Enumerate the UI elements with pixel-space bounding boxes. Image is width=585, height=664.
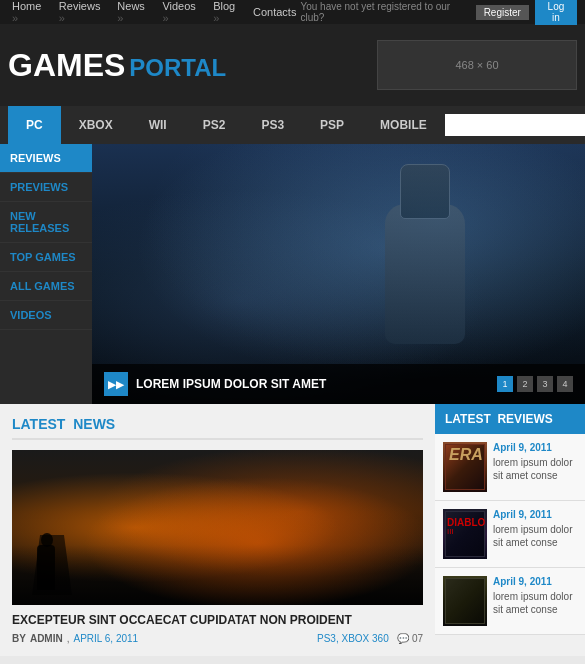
- review-thumb-2: DIABLO III: [443, 509, 487, 559]
- review-thumb-1: ERA: [443, 442, 487, 492]
- review-text-2: lorem ipsum dolor sit amet conse: [493, 523, 577, 549]
- slide-icon: ▶▶: [104, 372, 128, 396]
- slide-dot-4[interactable]: 4: [557, 376, 573, 392]
- platform-tabs: PC XBOX 360 WII PS2 PS3 PSP Mobile Searc…: [0, 106, 585, 144]
- soldier-head: [400, 164, 450, 219]
- news-author: ADMIN: [30, 633, 63, 644]
- tab-mobile[interactable]: Mobile: [362, 106, 445, 144]
- review-date-2: April 9, 2011: [493, 509, 577, 520]
- sidebar-item-videos[interactable]: VIDEOS: [0, 301, 92, 330]
- nav-reviews[interactable]: Reviews: [55, 0, 112, 24]
- slide-dot-2[interactable]: 2: [517, 376, 533, 392]
- login-button[interactable]: Log in: [535, 0, 577, 25]
- tab-wii[interactable]: WII: [131, 106, 185, 144]
- ad-banner: 468 × 60: [377, 40, 577, 90]
- news-tags[interactable]: PS3, XBOX 360: [317, 633, 389, 644]
- latest-news-section: LATEST NEWS EXCEPTEUR SINT OCCAECAT CUPI…: [0, 404, 435, 656]
- nav-blog[interactable]: Blog: [209, 0, 247, 24]
- sidebar: REVIEWS PREVIEWS NEW RELEASES TOP GAMES …: [0, 144, 92, 404]
- reviews-header: LATEST REVIEWS: [435, 404, 585, 434]
- news-meta: BY ADMIN, APRIL 6, 2011 PS3, XBOX 360 💬 …: [12, 633, 423, 644]
- tab-ps3[interactable]: PS3: [243, 106, 302, 144]
- review-info-2: April 9, 2011 lorem ipsum dolor sit amet…: [493, 509, 577, 559]
- sidebar-item-reviews[interactable]: REVIEWS: [0, 144, 92, 173]
- main-area: REVIEWS PREVIEWS NEW RELEASES TOP GAMES …: [0, 144, 585, 404]
- content-area: LATEST NEWS EXCEPTEUR SINT OCCAECAT CUPI…: [0, 404, 585, 656]
- nav-news[interactable]: News: [113, 0, 156, 24]
- slide-pagination: 1 2 3 4: [497, 376, 573, 392]
- sidebar-item-previews[interactable]: PREVIEWS: [0, 173, 92, 202]
- logo-games: GAMES: [8, 47, 125, 84]
- tab-xbox360[interactable]: XBOX 360: [61, 106, 131, 144]
- review-item-1: ERA April 9, 2011 lorem ipsum dolor sit …: [435, 434, 585, 501]
- slide-dot-1[interactable]: 1: [497, 376, 513, 392]
- tab-ps2[interactable]: PS2: [185, 106, 244, 144]
- news-by-label: BY: [12, 633, 26, 644]
- header: GAMES PORTAL 468 × 60: [0, 24, 585, 106]
- registration-message: You have not yet registered to our club?: [300, 1, 469, 23]
- latest-news-title-accent: NEWS: [73, 416, 115, 432]
- nav-videos[interactable]: Videos: [158, 0, 207, 24]
- sidebar-item-all-games[interactable]: ALL GAMES: [0, 272, 92, 301]
- review-text-3: lorem ipsum dolor sit amet conse: [493, 590, 577, 616]
- news-headline: EXCEPTEUR SINT OCCAECAT CUPIDATAT NON PR…: [12, 613, 423, 627]
- news-date: APRIL 6, 2011: [73, 633, 138, 644]
- hero-soldier: [345, 164, 505, 384]
- review-info-3: April 9, 2011 lorem ipsum dolor sit amet…: [493, 576, 577, 626]
- slide-text: LOREM IPSUM DOLOR SIT AMET: [136, 377, 497, 391]
- latest-news-title-main: LATEST: [12, 416, 65, 432]
- review-item-2: DIABLO III April 9, 2011 lorem ipsum dol…: [435, 501, 585, 568]
- slide-dot-3[interactable]: 3: [537, 376, 553, 392]
- hero-banner: ▶▶ LOREM IPSUM DOLOR SIT AMET 1 2 3 4: [92, 144, 585, 404]
- search-input[interactable]: [445, 114, 585, 136]
- logo: GAMES PORTAL: [8, 47, 226, 84]
- sidebar-item-top-games[interactable]: TOP GAMES: [0, 243, 92, 272]
- sidebar-item-new-releases[interactable]: NEW RELEASES: [0, 202, 92, 243]
- search-area: Search: [445, 114, 585, 136]
- reviews-title-accent: REVIEWS: [497, 412, 552, 426]
- news-meta-right: PS3, XBOX 360 💬 07: [317, 633, 423, 644]
- review-item-3: April 9, 2011 lorem ipsum dolor sit amet…: [435, 568, 585, 635]
- latest-reviews-section: LATEST REVIEWS ERA April 9, 2011 lorem i…: [435, 404, 585, 656]
- review-date-3: April 9, 2011: [493, 576, 577, 587]
- nav-home[interactable]: Home: [8, 0, 53, 24]
- review-date-1: April 9, 2011: [493, 442, 577, 453]
- top-nav: Home Reviews News Videos Blog Contacts: [8, 0, 300, 24]
- nav-contacts[interactable]: Contacts: [249, 6, 300, 18]
- news-comments: 💬 07: [397, 633, 423, 644]
- register-button[interactable]: Register: [476, 5, 529, 20]
- tab-pc[interactable]: PC: [8, 106, 61, 144]
- review-thumb-3: [443, 576, 487, 626]
- news-meta-left: BY ADMIN, APRIL 6, 2011: [12, 633, 138, 644]
- latest-news-title: LATEST NEWS: [12, 416, 423, 440]
- tab-psp[interactable]: PSP: [302, 106, 362, 144]
- review-info-1: April 9, 2011 lorem ipsum dolor sit amet…: [493, 442, 577, 492]
- review-text-1: lorem ipsum dolor sit amet conse: [493, 456, 577, 482]
- slide-caption: ▶▶ LOREM IPSUM DOLOR SIT AMET 1 2 3 4: [92, 364, 585, 404]
- logo-portal: PORTAL: [129, 54, 226, 82]
- top-bar: Home Reviews News Videos Blog Contacts Y…: [0, 0, 585, 24]
- top-bar-right: You have not yet registered to our club?…: [300, 0, 577, 25]
- soldier-body: [385, 204, 465, 344]
- reviews-title-main: LATEST: [445, 412, 491, 426]
- news-featured-image: [12, 450, 423, 605]
